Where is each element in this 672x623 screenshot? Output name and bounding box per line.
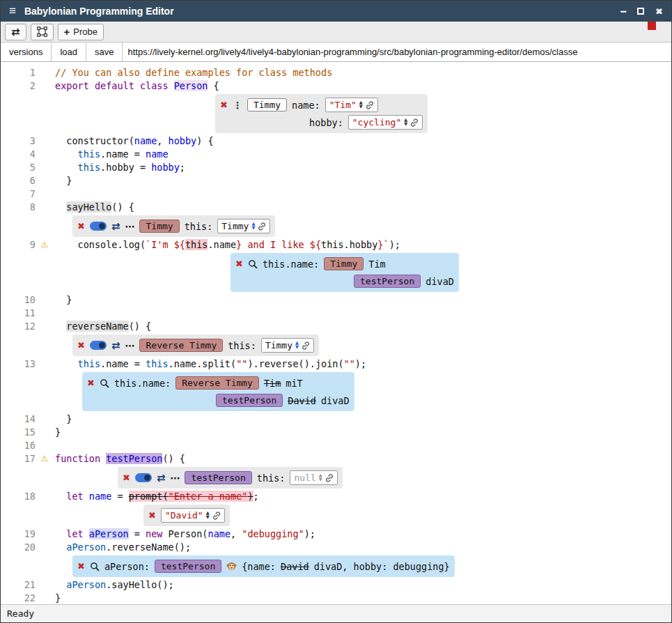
code-line[interactable]: 9⚠ console.log(`I'm ${this.name} and I l… [1,238,671,252]
link-icon[interactable] [212,512,221,520]
code-line[interactable]: 12 reverseName() { [1,320,671,333]
line-number[interactable]: 7 [1,187,36,201]
line-number[interactable]: 17 [1,452,36,466]
line-number[interactable]: 19 [1,528,36,541]
link-icon[interactable] [410,118,419,127]
add-probe-button[interactable]: + Probe [58,24,104,40]
line-number[interactable]: 9 [1,238,36,252]
line-number[interactable]: 14 [1,413,36,426]
line-number[interactable]: 10 [1,293,36,307]
url-input[interactable] [123,43,671,61]
save-button[interactable]: save [86,43,123,61]
example-chip[interactable]: testPerson [155,560,221,573]
value-select[interactable]: null▲▼ [290,470,337,485]
line-number[interactable]: 5 [1,161,36,174]
close-icon[interactable]: ✖ [235,259,243,269]
close-icon[interactable]: ✖ [77,221,85,231]
spinner-icon[interactable]: ▲▼ [359,101,363,109]
more-icon[interactable]: ⋯ [125,221,134,232]
code-line[interactable]: 22} [1,592,671,604]
code-line[interactable]: 8 sayHello() { [1,201,671,214]
example-chip[interactable]: testPerson [216,394,283,407]
search-icon[interactable] [90,562,100,571]
swap-icon[interactable]: ⇄ [111,339,120,352]
close-icon[interactable]: ✖ [87,378,95,388]
value-select[interactable]: "David"▲▼ [161,508,225,523]
code-line[interactable]: 13 this.name = this.name.split("").rever… [1,357,671,371]
maximize-button[interactable] [637,6,644,17]
value-select[interactable]: Timmy▲▼ [261,338,314,353]
line-number[interactable]: 3 [1,134,36,148]
toggle-switch[interactable] [90,341,107,350]
example-chip[interactable]: testPerson [354,275,421,288]
link-icon[interactable] [366,101,374,109]
code-line[interactable]: 14 } [1,413,671,426]
code-line[interactable]: 10 } [1,293,671,307]
line-number[interactable]: 21 [1,578,36,592]
line-number[interactable]: 18 [1,490,36,503]
example-chip[interactable]: Timmy [324,257,364,270]
spinner-icon[interactable]: ▲▼ [295,341,299,349]
close-button[interactable]: ✖ [655,6,663,17]
line-number[interactable]: 16 [1,439,36,452]
example-chip[interactable]: Reverse Timmy [175,376,259,390]
close-icon[interactable]: ✖ [220,100,228,110]
code-editor[interactable]: 1// You can also define examples for cla… [1,62,671,604]
toggle-switch[interactable] [90,222,107,231]
line-number[interactable]: 8 [1,201,36,214]
spinner-icon[interactable]: ▲▼ [206,512,210,519]
example-chip[interactable]: testPerson [185,471,251,484]
code-line[interactable]: 17⚠function testPerson() { [1,452,671,466]
versions-button[interactable]: versions [1,43,52,61]
code-line[interactable]: 11 [1,307,671,320]
swap-icon[interactable]: ⇄ [157,472,166,484]
swap-button[interactable]: ⇄ [5,24,26,40]
link-icon[interactable] [302,341,310,350]
link-icon[interactable] [258,222,266,231]
example-chip[interactable]: Reverse Timmy [139,339,223,352]
code-line[interactable]: 1// You can also define examples for cla… [1,66,671,79]
line-number[interactable]: 13 [1,357,36,371]
code-line[interactable]: 6 } [1,174,671,187]
line-number[interactable]: 22 [1,592,36,604]
more-icon[interactable]: ⋯ [125,340,134,351]
code-line[interactable]: 5 this.hobby = hobby; [1,161,671,174]
monkey-icon[interactable] [226,561,237,571]
menu-icon[interactable]: ≡ [9,4,16,18]
link-icon[interactable] [325,474,334,482]
code-line[interactable]: 20 aPerson.reverseName(); [1,541,671,554]
example-chip[interactable]: Timmy [247,98,287,111]
code-line[interactable]: 4 this.name = name [1,148,671,161]
line-number[interactable]: 11 [1,307,36,320]
swap-icon[interactable]: ⇄ [111,220,120,233]
value-select[interactable]: "Tim"▲▼ [325,98,378,112]
load-button[interactable]: load [52,43,86,61]
line-number[interactable]: 20 [1,541,36,554]
line-number[interactable]: 12 [1,320,36,333]
code-line[interactable]: 21 aPerson.sayHello(); [1,578,671,592]
code-line[interactable]: 7 [1,187,671,201]
toggle-switch[interactable] [135,473,152,482]
code-line[interactable]: 15} [1,426,671,439]
line-number[interactable]: 1 [1,66,36,79]
inspect-button[interactable] [31,24,54,40]
drag-icon[interactable]: ⋮ [233,100,242,111]
value-select[interactable]: "cycling"▲▼ [348,115,423,130]
spinner-icon[interactable]: ▲▼ [404,118,407,126]
line-number[interactable]: 4 [1,148,36,161]
search-icon[interactable] [248,259,258,269]
code-line[interactable]: 16 [1,439,671,452]
line-number[interactable]: 15 [1,426,36,439]
code-line[interactable]: 2export default class Person { [1,79,671,93]
search-icon[interactable] [100,378,109,388]
code-line[interactable]: 18 let name = prompt("Enter a name"); [1,490,671,503]
spinner-icon[interactable]: ▲▼ [251,222,255,230]
close-icon[interactable]: ✖ [77,561,85,571]
line-number[interactable]: 2 [1,79,36,93]
code-line[interactable]: 19 let aPerson = new Person(name, "debug… [1,528,671,541]
code-line[interactable]: 3 constructor(name, hobby) { [1,134,671,148]
spinner-icon[interactable]: ▲▼ [319,474,322,482]
close-icon[interactable]: ✖ [123,472,130,483]
more-icon[interactable]: ⋯ [170,472,180,484]
example-chip[interactable]: Timmy [139,220,179,233]
